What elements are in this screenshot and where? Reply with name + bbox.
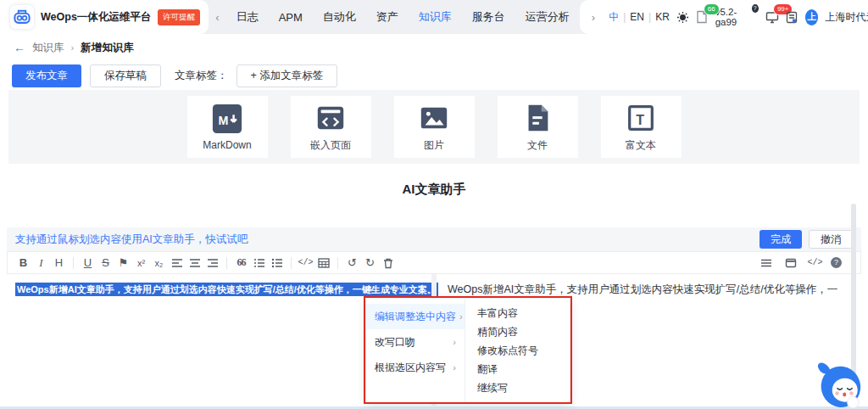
redo-edit-button[interactable]: ↻: [361, 254, 379, 272]
svg-text:T: T: [636, 111, 644, 126]
menu-item-write-from-selection[interactable]: 根据选区内容写 ›: [366, 355, 465, 380]
tip-bar-buttons: 完成 撤消: [760, 230, 853, 249]
italic-button[interactable]: I: [32, 254, 50, 272]
nav-collapse-left-icon[interactable]: ‹: [209, 11, 225, 24]
fullscreen-button[interactable]: [782, 254, 799, 272]
submenu-item-continue-writing[interactable]: 继续写: [465, 378, 570, 397]
ai-tip-bar: 支持通过鼠标划选内容使用AI文章助手，快试试吧 完成 撤消: [7, 227, 861, 251]
align-right-icon: [207, 257, 219, 269]
table-button[interactable]: [314, 254, 332, 272]
nav-item-operations-analysis[interactable]: 运营分析: [515, 9, 580, 25]
subscript-button[interactable]: x₂: [150, 254, 168, 272]
bold-button[interactable]: B: [14, 254, 32, 272]
bookmark-button[interactable]: ⚑: [114, 254, 132, 272]
help-icon[interactable]: ?: [831, 257, 842, 268]
article-actions: 发布文章 保存草稿 文章标签： + 添加文章标签: [12, 64, 337, 87]
strikethrough-button[interactable]: S: [97, 254, 114, 272]
lang-kr[interactable]: KR: [655, 11, 670, 23]
editor-toolbar: B I H U S ⚑ x² x₂ 66 </> ↺ ↻: [7, 251, 861, 274]
ordered-list-button[interactable]: [250, 254, 268, 272]
save-draft-button[interactable]: 保存草稿: [90, 64, 161, 87]
lang-en[interactable]: EN: [630, 11, 644, 23]
svg-text:M: M: [219, 114, 229, 127]
nav-item-knowledge-base[interactable]: 知识库: [409, 9, 462, 25]
underline-button[interactable]: U: [79, 254, 97, 272]
undo-edit-button[interactable]: ↺: [343, 254, 361, 272]
breadcrumb-current: 新增知识库: [81, 41, 134, 55]
card-file[interactable]: 文件: [498, 96, 578, 158]
back-arrow-icon[interactable]: ←: [14, 41, 25, 54]
card-label: MarkDown: [203, 139, 251, 151]
document-count-icon[interactable]: 66: [696, 9, 709, 25]
menu-item-label: 根据选区内容写: [375, 361, 446, 375]
breadcrumb-knowledge-base[interactable]: 知识库: [32, 41, 64, 55]
submenu-item-enrich[interactable]: 丰富内容: [465, 304, 570, 322]
code-block-button[interactable]: </>: [297, 254, 314, 272]
ai-tip-text: 支持通过鼠标划选内容使用AI文章助手，快试试吧: [15, 233, 248, 247]
topbar-utilities: › 中 | EN | KR 66 v5.2-ga99: [580, 0, 868, 34]
blockquote-button[interactable]: 66: [232, 254, 250, 272]
align-center-button[interactable]: [186, 254, 203, 272]
fullscreen-icon: [785, 257, 797, 269]
weops-logo-icon: [10, 5, 34, 29]
unordered-list-icon: [271, 257, 283, 269]
submenu-item-translate[interactable]: 翻译: [465, 360, 570, 378]
submenu-item-fix-punctuation[interactable]: 修改标点符号: [465, 341, 570, 360]
toolbar-divider: [337, 257, 338, 269]
monitor-alerts-icon[interactable]: 99+: [765, 9, 779, 25]
version-info-icon: ?: [752, 4, 759, 13]
nav-item-automation[interactable]: 自动化: [313, 9, 366, 25]
version-info[interactable]: v5.2-ga99 ?: [715, 7, 759, 27]
heading-button[interactable]: H: [50, 254, 68, 272]
theme-toggle-icon[interactable]: [676, 9, 689, 25]
brand-title: WeOps一体化运维平台: [41, 10, 151, 25]
submenu-item-condense[interactable]: 精简内容: [465, 322, 570, 341]
submenu-arrow-icon: ›: [453, 362, 456, 373]
toolbar-right-group: </> ?: [757, 254, 854, 272]
align-left-button[interactable]: [168, 254, 186, 272]
publish-article-button[interactable]: 发布文章: [12, 64, 81, 87]
nav-item-service-desk[interactable]: 服务台: [462, 9, 515, 25]
clear-button[interactable]: [379, 254, 397, 272]
card-rich-text[interactable]: T 富文本: [601, 96, 682, 158]
unordered-list-button[interactable]: [268, 254, 286, 272]
card-label: 嵌入页面: [310, 138, 351, 153]
nav-item-apm[interactable]: APM: [269, 11, 313, 24]
add-article-tag-button[interactable]: + 添加文章标签: [236, 64, 338, 87]
lang-zh[interactable]: 中: [609, 10, 619, 25]
menu-item-edit-selected[interactable]: 编辑调整选中内容 ›: [366, 304, 465, 329]
align-center-icon: [189, 257, 201, 269]
outline-menu-button[interactable]: [757, 254, 775, 272]
card-label: 文件: [527, 138, 548, 153]
content-type-cards: M MarkDown 嵌入页面 图片: [8, 90, 860, 164]
release-notes-icon[interactable]: [786, 9, 798, 25]
source-view-button[interactable]: </>: [806, 254, 824, 272]
nav-collapse-right-icon[interactable]: ›: [585, 11, 602, 24]
version-label: v5.2-ga99: [715, 7, 751, 27]
done-button[interactable]: 完成: [760, 230, 802, 249]
nav-item-logs[interactable]: 日志: [226, 9, 269, 25]
license-alert-badge[interactable]: 许可提醒: [158, 9, 200, 25]
user-avatar[interactable]: 上: [805, 9, 819, 25]
card-embed-page[interactable]: 嵌入页面: [291, 96, 371, 158]
card-markdown[interactable]: M MarkDown: [187, 96, 268, 158]
selected-text[interactable]: WeOps新增AI文章助手，支持用户通过划选内容快速实现扩写/总结/优化等操作，…: [15, 283, 438, 296]
ai-assistant-title: AI文章助手: [0, 182, 868, 198]
tenant-name[interactable]: 上海时代天使...: [825, 10, 868, 25]
superscript-button[interactable]: x²: [132, 254, 150, 272]
toolbar-divider: [226, 257, 227, 269]
document-count-badge: 66: [704, 3, 720, 15]
card-image[interactable]: 图片: [394, 96, 475, 158]
main-nav: ‹ 日志 APM 自动化 资产 知识库 服务台 运营分析: [209, 0, 580, 34]
brand-section: WeOps一体化运维平台 许可提醒: [0, 0, 209, 34]
nav-item-assets[interactable]: 资产: [366, 9, 409, 25]
align-right-button[interactable]: [203, 254, 221, 272]
table-icon: [318, 257, 330, 269]
toolbar-divider: [73, 257, 74, 269]
file-icon: [521, 102, 554, 134]
language-switcher: 中 | EN | KR: [609, 10, 670, 25]
undo-button[interactable]: 撤消: [809, 230, 853, 249]
breadcrumb: ← 知识库 › 新增知识库: [14, 39, 134, 56]
assistant-mascot[interactable]: [814, 356, 863, 408]
menu-item-rewrite-tone[interactable]: 改写口吻 ›: [366, 329, 465, 355]
